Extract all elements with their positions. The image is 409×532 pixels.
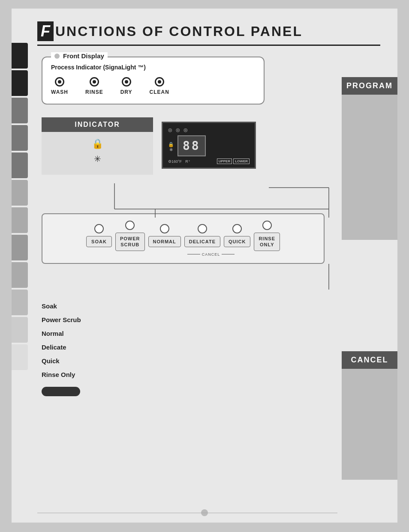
- front-display-title: Front Display: [63, 52, 104, 60]
- cancel-small-text: CANCEL: [200, 252, 222, 257]
- power-scrub-circle: [125, 221, 135, 230]
- descriptions-section: Soak Power Scrub Normal Delicate Quick R…: [42, 302, 380, 378]
- indicators-row: WASH RINSE DRY CLEAN: [51, 77, 253, 95]
- normal-button[interactable]: NORMAL: [148, 236, 181, 247]
- indicator-label-dry: DRY: [120, 89, 132, 95]
- desc-power-scrub: Power Scrub: [42, 316, 380, 323]
- star-icon: ✳: [94, 154, 101, 164]
- indicator-body: 🔒 ✳: [42, 132, 153, 175]
- left-tab-8: [12, 235, 28, 260]
- desc-label-quick: Quick: [42, 357, 380, 365]
- display-icon-3: ◎: [183, 127, 188, 133]
- program-panel: PROGRAM: [342, 77, 397, 240]
- left-tab-12: [12, 344, 28, 370]
- cancel-panel-header: CANCEL: [342, 351, 397, 369]
- cancel-panel: CANCEL: [342, 351, 397, 480]
- upper-button: UPPER: [217, 158, 232, 164]
- desc-rinse-only: Rinse Only: [42, 371, 380, 378]
- delicate-group: DELICATE: [184, 224, 220, 247]
- process-indicator-title: Process Indicator (SignaLight ™): [51, 64, 253, 71]
- desc-label-soak: Soak: [42, 302, 380, 310]
- left-tab-5: [12, 152, 28, 178]
- front-display-label: Front Display: [51, 52, 108, 60]
- buttons-panel: SOAK POWERSCRUB NORMAL DEL: [42, 213, 325, 264]
- lock-icon: 🔒: [92, 138, 103, 149]
- display-bottom: ⚙160°F R⁺ UPPER LOWER: [168, 158, 250, 164]
- desc-quick: Quick: [42, 357, 380, 365]
- soak-button[interactable]: SOAK: [86, 236, 112, 247]
- power-scrub-button[interactable]: POWERSCRUB: [115, 233, 145, 251]
- indicator-label-rinse: RINSE: [85, 89, 103, 95]
- power-scrub-group: POWERSCRUB: [115, 221, 145, 251]
- display-temp: ⚙160°F: [168, 159, 182, 164]
- indicator-circle-rinse: [90, 77, 99, 87]
- page: PROGRAM CANCEL F UNCTIONS OF CONTROL PAN…: [12, 9, 397, 523]
- page-title-section: F UNCTIONS OF CONTROL PANEL: [37, 21, 380, 46]
- left-tab-11: [12, 317, 28, 343]
- display-panel: ◎ ◎ ◎ 🔒 ❄ 88 ⚙160°F R⁺: [162, 122, 256, 169]
- display-top-icons: ◎ ◎ ◎: [168, 127, 250, 133]
- indicator-wash: WASH: [51, 77, 68, 95]
- soak-group: SOAK: [86, 224, 112, 247]
- bottom-line: [37, 513, 337, 513]
- connector-lines-bottom-svg: [42, 264, 333, 290]
- indicator-clean: CLEAN: [150, 77, 169, 95]
- buttons-row: SOAK POWERSCRUB NORMAL DEL: [51, 221, 315, 251]
- title-rest: UNCTIONS OF CONTROL PANEL: [55, 24, 303, 39]
- display-icon-1: ◎: [168, 127, 172, 133]
- display-r-plus: R⁺: [185, 159, 190, 164]
- left-tab-10: [12, 290, 28, 315]
- desc-label-normal: Normal: [42, 330, 380, 337]
- desc-label-delicate: Delicate: [42, 344, 380, 351]
- soak-circle: [94, 224, 104, 233]
- program-panel-header: PROGRAM: [342, 77, 397, 95]
- desc-normal: Normal: [42, 330, 380, 337]
- left-tab-2: [12, 70, 28, 96]
- display-icon-2: ◎: [176, 127, 180, 133]
- indicator-circle-clean: [155, 77, 164, 87]
- delicate-button[interactable]: DELICATE: [184, 236, 220, 247]
- indicator-label-clean: CLEAN: [150, 89, 169, 95]
- normal-circle: [160, 224, 169, 233]
- left-tabs: [12, 43, 29, 372]
- left-tab-9: [12, 262, 28, 288]
- display-screen: 88: [177, 135, 206, 156]
- desc-label-power-scrub: Power Scrub: [42, 316, 380, 323]
- display-rack-buttons: UPPER LOWER: [217, 158, 250, 164]
- left-tab-3: [12, 98, 28, 123]
- indicator-rinse: RINSE: [85, 77, 103, 95]
- delicate-circle: [198, 224, 207, 233]
- desc-soak: Soak: [42, 302, 380, 310]
- left-tab-1: [12, 43, 28, 69]
- cancel-line-right: [222, 254, 235, 254]
- indicator-dry: DRY: [120, 77, 132, 95]
- quick-button[interactable]: QUICK: [224, 236, 250, 247]
- lower-button: LOWER: [233, 158, 250, 164]
- left-tab-4: [12, 125, 28, 151]
- desc-label-rinse-only: Rinse Only: [42, 371, 380, 378]
- rinse-only-circle: [262, 221, 272, 230]
- rinse-only-button[interactable]: RINSEONLY: [254, 233, 280, 251]
- indicator-header: INDICATOR: [42, 117, 153, 132]
- quick-group: QUICK: [224, 224, 250, 247]
- desc-delicate: Delicate: [42, 344, 380, 351]
- main-content: Front Display Process Indicator (SignaLi…: [42, 57, 380, 396]
- indicator-box: INDICATOR 🔒 ✳: [42, 117, 153, 175]
- front-display-box: Front Display Process Indicator (SignaLi…: [42, 57, 265, 105]
- indicator-circle-dry: [122, 77, 131, 87]
- front-display-dot: [54, 54, 60, 59]
- cancel-small-label-area: CANCEL: [187, 252, 235, 257]
- title-f-letter: F: [37, 21, 54, 41]
- left-tab-7: [12, 207, 28, 233]
- bottom-bar: [42, 387, 80, 396]
- indicator-circle-wash: [55, 77, 64, 87]
- connector-lines-svg: [42, 183, 333, 218]
- cancel-line-left: [187, 254, 200, 254]
- rinse-only-group: RINSEONLY: [254, 221, 280, 251]
- indicator-label-wash: WASH: [51, 89, 68, 95]
- quick-circle: [232, 224, 242, 233]
- normal-group: NORMAL: [148, 224, 181, 247]
- left-tab-6: [12, 180, 28, 206]
